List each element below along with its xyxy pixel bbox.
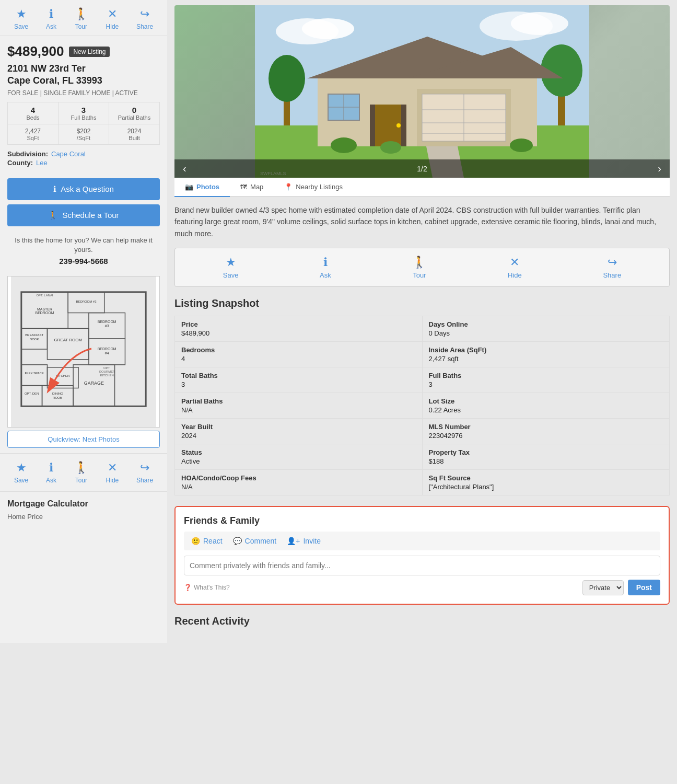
county-key: County: (7, 159, 33, 167)
ask-button-top[interactable]: ℹ Ask (46, 7, 56, 30)
ff-footer: ❓ What's This? Private Post (184, 580, 660, 595)
svg-point-36 (302, 18, 354, 39)
tour-button-bottom[interactable]: 🚶 Tour (74, 461, 88, 484)
snapshot-hoa: HOA/Condo/Coop Fees N/A (175, 470, 423, 495)
ff-actions-bar: 🙂 React 💬 Comment 👤+ Invite (184, 532, 660, 550)
nearby-label: Nearby Listings (296, 183, 343, 191)
svg-text:MASTER: MASTER (37, 307, 52, 311)
stat-full-baths: 3 Full Baths (59, 102, 109, 124)
action-share-label: Share (603, 271, 621, 279)
schedule-tour-label: Schedule a Tour (62, 211, 119, 220)
walk-icon-bottom: 🚶 (74, 461, 88, 475)
invite-icon: 👤+ (287, 537, 300, 545)
beds-value: 4 (12, 106, 54, 114)
tab-nearby[interactable]: 📍 Nearby Listings (274, 178, 353, 197)
privacy-select[interactable]: Private (582, 580, 624, 595)
comment-icon: 💬 (233, 537, 242, 545)
tab-map[interactable]: 🗺 Map (230, 178, 274, 197)
action-share[interactable]: ↪ Share (603, 256, 621, 279)
new-listing-badge: New Listing (69, 47, 110, 57)
svg-text:FLEX SPACE: FLEX SPACE (25, 372, 44, 375)
mortgage-title: Mortgage Calculator (7, 499, 160, 509)
stat-price-sqft: $202 /SqFt (59, 124, 109, 145)
property-description: Brand new builder owned 4/3 spec home wi… (174, 204, 670, 239)
image-counter: 1/2 (417, 165, 427, 173)
svg-text:ROOM: ROOM (53, 397, 63, 400)
save-button-bottom[interactable]: ★ Save (14, 461, 28, 484)
action-tour[interactable]: 🚶 Tour (412, 256, 426, 279)
floorplan-svg: MASTER BEDROOM BEDROOM #2 BREAKFAST NOOK… (8, 276, 159, 427)
tab-photos[interactable]: 📷 Photos (174, 178, 230, 197)
ask-question-button[interactable]: ℹ Ask a Question (7, 178, 160, 200)
share-button-top[interactable]: ↪ Share (136, 7, 153, 30)
address-line2: Cape Coral, FL 33993 (7, 75, 160, 87)
save-button-top[interactable]: ★ Save (14, 7, 28, 30)
whats-this-label: What's This? (194, 584, 230, 591)
svg-text:BEDROOM #2: BEDROOM #2 (76, 300, 96, 303)
schedule-tour-button[interactable]: 🚶 Schedule a Tour (7, 204, 160, 226)
hide-label-top: Hide (106, 23, 119, 30)
subdivision-row: Subdivision: Cape Coral (7, 150, 160, 158)
next-image-button[interactable]: › (658, 163, 661, 175)
top-action-bar: ★ Save ℹ Ask 🚶 Tour ✕ Hide ↪ Share (0, 0, 167, 36)
svg-text:DINING: DINING (52, 393, 63, 396)
hide-label-bottom: Hide (106, 477, 119, 484)
action-save-label: Save (223, 271, 239, 279)
quickview-button[interactable]: Quickview: Next Photos (7, 431, 160, 448)
snapshot-title: Listing Snapshot (174, 297, 670, 309)
action-hide-label: Hide (508, 271, 522, 279)
map-icon: 🗺 (240, 183, 247, 191)
snapshot-property-tax: Property Tax $188 (423, 444, 670, 470)
partial-baths-label: Partial Baths (113, 114, 155, 121)
snapshot-sqft-source: Sq Ft Source ["Architectural Plans"] (423, 470, 670, 495)
share-button-bottom[interactable]: ↪ Share (136, 461, 153, 484)
star-icon-bottom: ★ (16, 461, 27, 475)
comment-button[interactable]: 💬 Comment (233, 537, 277, 545)
action-hide[interactable]: ✕ Hide (508, 256, 522, 279)
stat-beds: 4 Beds (8, 102, 59, 124)
schedule-tour-icon: 🚶 (48, 211, 58, 220)
price-sqft-value: $202 (63, 128, 104, 135)
hide-button-bottom[interactable]: ✕ Hide (106, 461, 119, 484)
main-content: SWFLAMLS ‹ 1/2 › 📷 Photos 🗺 Map 📍 Nearby… (167, 0, 677, 643)
tour-button-top[interactable]: 🚶 Tour (74, 7, 88, 30)
star-icon-action: ★ (226, 256, 236, 269)
property-image: SWFLAMLS ‹ 1/2 › (174, 5, 670, 178)
floorplan-image: MASTER BEDROOM BEDROOM #2 BREAKFAST NOOK… (7, 276, 160, 428)
prev-image-button[interactable]: ‹ (183, 163, 186, 175)
comment-label: Comment (245, 537, 277, 545)
post-button[interactable]: Post (628, 580, 660, 595)
phone-number[interactable]: 239-994-5668 (0, 257, 167, 271)
invite-button[interactable]: 👤+ Invite (287, 537, 321, 545)
built-value: 2024 (113, 128, 155, 135)
svg-rect-60 (401, 105, 406, 146)
ask-question-icon: ℹ (53, 185, 56, 194)
svg-text:BEDROOM: BEDROOM (98, 347, 116, 351)
help-text: Is this the home for you? We can help ma… (0, 232, 167, 257)
react-label: React (203, 537, 223, 545)
action-ask[interactable]: ℹ Ask (320, 256, 331, 279)
stat-built: 2024 Built (109, 124, 160, 145)
friends-family-section: Friends & Family 🙂 React 💬 Comment 👤+ In… (174, 506, 670, 605)
react-button[interactable]: 🙂 React (191, 537, 223, 545)
ask-button-bottom[interactable]: ℹ Ask (46, 461, 56, 484)
hide-button-top[interactable]: ✕ Hide (106, 7, 119, 30)
whats-this-link[interactable]: ❓ What's This? (184, 584, 230, 591)
walk-icon-action: 🚶 (412, 256, 426, 269)
house-svg: SWFLAMLS (174, 5, 670, 178)
comment-input[interactable] (184, 556, 660, 575)
beds-label: Beds (12, 114, 54, 121)
share-icon-top: ↪ (140, 7, 149, 21)
svg-text:GOURMET: GOURMET (99, 370, 115, 373)
snapshot-status: Status Active (175, 444, 423, 470)
ask-label-top: Ask (46, 23, 56, 30)
svg-text:OPT. DEN: OPT. DEN (25, 393, 39, 396)
save-label-bottom: Save (14, 477, 28, 484)
photos-label: Photos (196, 183, 219, 191)
svg-text:#3: #3 (105, 324, 109, 328)
recent-activity-title: Recent Activity (174, 615, 670, 627)
county-row: County: Lee (7, 159, 160, 167)
action-save[interactable]: ★ Save (223, 256, 239, 279)
action-bar: ★ Save ℹ Ask 🚶 Tour ✕ Hide ↪ Share (174, 248, 670, 287)
svg-point-62 (380, 141, 401, 154)
